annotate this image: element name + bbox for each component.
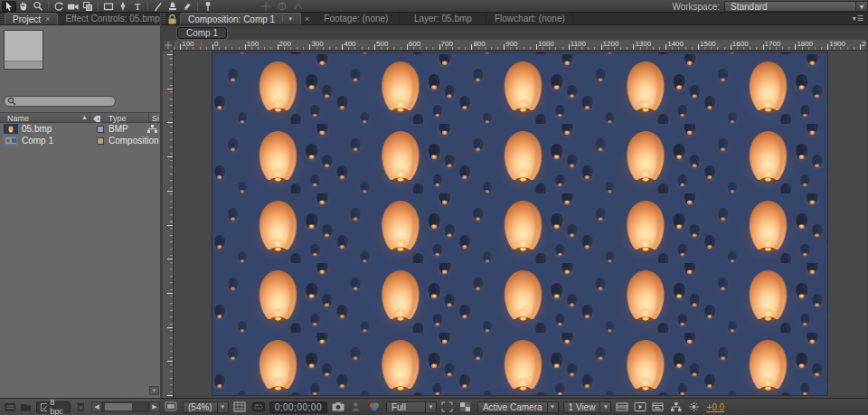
viewer-lock-icon[interactable]: [167, 14, 177, 24]
chevron-down-icon: ▼: [547, 402, 558, 412]
camera-icon: [67, 1, 80, 12]
pixel-aspect-icon[interactable]: [616, 401, 629, 413]
svg-text:T: T: [135, 1, 141, 12]
panel-grip[interactable]: [161, 13, 165, 24]
ruler-major-tick: [167, 259, 173, 259]
column-name[interactable]: Name: [7, 114, 29, 123]
reset-exposure-icon[interactable]: [688, 401, 702, 413]
always-preview-icon[interactable]: [165, 401, 178, 413]
composition-viewer: Comp 1 100010020030040050060070080090010…: [161, 25, 868, 398]
3d-view-dropdown[interactable]: Active Camera ▼: [477, 401, 559, 413]
world-axis-icon[interactable]: [277, 1, 288, 12]
label-color-icon[interactable]: [92, 115, 101, 123]
tab-composition[interactable]: Composition: Comp 1 ▼: [180, 13, 301, 24]
comp-breadcrumb-button[interactable]: Comp 1: [177, 27, 227, 39]
resolution-dropdown[interactable]: Full ▼: [386, 401, 437, 413]
workspace-dropdown[interactable]: Standard: [724, 1, 856, 12]
pen-tool[interactable]: [116, 1, 130, 12]
ruler-major-tick: [212, 44, 213, 50]
ruler-major-tick: [407, 44, 408, 50]
composition-thumbnail-icon: [4, 136, 18, 146]
show-snapshot-icon[interactable]: [350, 401, 363, 413]
ruler-major-tick: [167, 327, 173, 328]
column-type[interactable]: Type: [108, 114, 127, 123]
snapshot-camera-icon[interactable]: [332, 401, 345, 413]
pan-behind-tool[interactable]: [80, 1, 95, 12]
project-list-header[interactable]: Name ▲ Type Si: [0, 112, 160, 123]
brush-tool[interactable]: [151, 1, 165, 12]
ruler-label: 1700: [765, 40, 781, 48]
camera-tool[interactable]: [66, 1, 80, 12]
close-icon[interactable]: ×: [45, 14, 50, 24]
tab-project[interactable]: Project ×: [5, 13, 58, 24]
show-channel-icon[interactable]: [368, 401, 382, 413]
new-folder-icon[interactable]: [21, 402, 32, 412]
hand-tool[interactable]: [16, 1, 31, 12]
eraser-tool[interactable]: [180, 1, 194, 12]
tab-layer[interactable]: Layer: 05.bmp: [400, 13, 486, 24]
tab-effect-controls[interactable]: Effect Controls: 05.bmp: [58, 13, 167, 24]
mask-visibility-icon[interactable]: [251, 401, 265, 413]
project-item-comp1[interactable]: Comp 1 Composition: [0, 135, 160, 146]
local-axis-icon[interactable]: [260, 1, 271, 12]
type-tool[interactable]: T: [130, 1, 145, 12]
ruler-major-tick: [167, 293, 173, 294]
view-layout-dropdown[interactable]: 1 View ▼: [563, 401, 612, 413]
footage-thumbnail-icon: [4, 124, 18, 134]
tab-footage[interactable]: Footage: (none): [313, 13, 400, 24]
ruler-label: 1400: [667, 40, 684, 48]
interpret-footage-icon[interactable]: [5, 402, 15, 412]
clone-stamp-tool[interactable]: [165, 1, 180, 12]
exposure-value[interactable]: +0.0: [706, 402, 724, 412]
comp-viewport[interactable]: [174, 51, 866, 398]
fast-previews-icon[interactable]: [634, 401, 647, 413]
puppet-pin-icon: [203, 1, 213, 12]
rotation-tool[interactable]: [52, 1, 66, 12]
pen-icon: [118, 1, 128, 12]
axis-mode-buttons: [260, 1, 304, 12]
footage-preview-thumbnail: [4, 30, 43, 70]
puppet-pin-tool[interactable]: [201, 1, 215, 12]
scroll-down-button[interactable]: ▼: [149, 386, 159, 395]
toolbar-separator: [98, 2, 99, 11]
magnification-dropdown[interactable]: (54%) ▼: [183, 401, 229, 413]
timeline-icon[interactable]: [652, 401, 665, 413]
transparency-grid-icon[interactable]: [459, 401, 473, 413]
ruler-major-tick: [569, 44, 570, 50]
label-swatch[interactable]: [97, 126, 104, 133]
scroll-left-button[interactable]: ◀: [91, 401, 102, 412]
brush-icon: [153, 1, 164, 12]
after-effects-window: T Workspace: Standard ▼: [0, 0, 868, 415]
trash-icon[interactable]: [76, 401, 84, 412]
project-tabstrip: Project × Effect Controls: 05.bmp ▾☰: [0, 13, 160, 25]
project-search-input[interactable]: [4, 96, 116, 107]
composition-canvas[interactable]: [212, 52, 827, 395]
horizontal-ruler[interactable]: 1000100200300400500600700800900100011001…: [174, 40, 866, 51]
safe-zones-icon[interactable]: [233, 401, 247, 413]
workspace-dropdown-arrow[interactable]: ▼: [856, 1, 868, 12]
flowchart-icon[interactable]: [670, 401, 684, 413]
column-size[interactable]: Si: [152, 114, 159, 123]
viewer-dropdown-arrow[interactable]: ▼: [282, 16, 293, 22]
color-depth-icon: [41, 403, 47, 411]
region-of-interest-icon[interactable]: [441, 401, 455, 413]
color-depth-button[interactable]: 8 bpc: [36, 401, 71, 413]
shape-tool[interactable]: [101, 1, 116, 12]
scrollbar-thumb[interactable]: [105, 403, 132, 410]
tab-flowchart[interactable]: Flowchart: (none): [486, 13, 573, 24]
panel-menu-icon[interactable]: ▾☰: [849, 13, 868, 24]
ruler-label: 500: [376, 40, 388, 48]
zoom-tool[interactable]: [31, 1, 45, 12]
ruler-label: 1600: [732, 40, 749, 48]
ruler-origin-button[interactable]: [163, 40, 174, 51]
ruler-label: 100: [182, 40, 193, 48]
scroll-right-button[interactable]: ▶: [149, 401, 160, 412]
vertical-ruler[interactable]: 01002003004005006007008009001000: [163, 51, 174, 398]
label-swatch[interactable]: [97, 137, 104, 145]
view-axis-icon[interactable]: [293, 1, 304, 12]
project-item-05bmp[interactable]: 05.bmp BMP: [0, 123, 160, 135]
close-viewer-icon[interactable]: ×: [301, 13, 313, 24]
current-time-display[interactable]: 0;00;00;00: [269, 401, 327, 413]
selection-tool[interactable]: [2, 1, 16, 12]
project-hscrollbar[interactable]: ◀ ▶: [91, 401, 160, 412]
